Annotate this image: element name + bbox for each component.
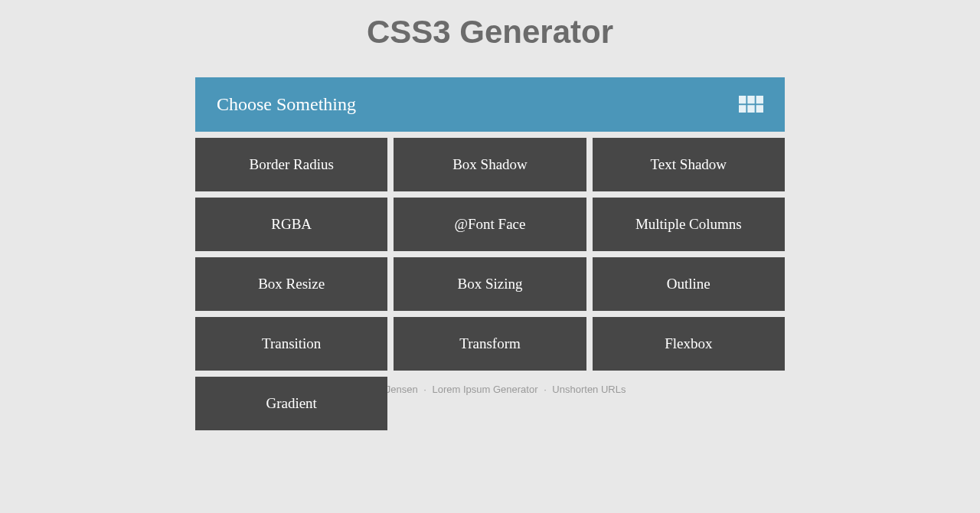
svg-rect-2 (756, 96, 763, 103)
option-gradient[interactable]: Gradient (195, 377, 387, 430)
dropdown-label: Choose Something (217, 94, 356, 115)
option-border-radius[interactable]: Border Radius (195, 138, 387, 191)
option-transition[interactable]: Transition (195, 317, 387, 371)
svg-rect-4 (747, 105, 754, 113)
choose-dropdown[interactable]: Choose Something (195, 77, 785, 132)
option-outline[interactable]: Outline (593, 257, 785, 311)
options-grid: Border Radius Box Shadow Text Shadow RGB… (195, 138, 785, 430)
option-rgba[interactable]: RGBA (195, 198, 387, 251)
generator-container: Choose Something Border Radius Box Shado… (195, 77, 785, 430)
grid-icon (739, 96, 763, 114)
option-font-face[interactable]: @Font Face (394, 198, 586, 251)
option-text-shadow[interactable]: Text Shadow (593, 138, 785, 191)
option-multiple-columns[interactable]: Multiple Columns (593, 198, 785, 251)
svg-rect-3 (739, 105, 746, 113)
option-transform[interactable]: Transform (394, 317, 586, 371)
svg-rect-1 (747, 96, 754, 103)
svg-rect-0 (739, 96, 746, 103)
option-box-sizing[interactable]: Box Sizing (394, 257, 586, 311)
option-flexbox[interactable]: Flexbox (593, 317, 785, 371)
svg-rect-5 (756, 105, 763, 113)
option-box-shadow[interactable]: Box Shadow (394, 138, 586, 191)
page-title: CSS3 Generator (0, 0, 980, 58)
option-box-resize[interactable]: Box Resize (195, 257, 387, 311)
